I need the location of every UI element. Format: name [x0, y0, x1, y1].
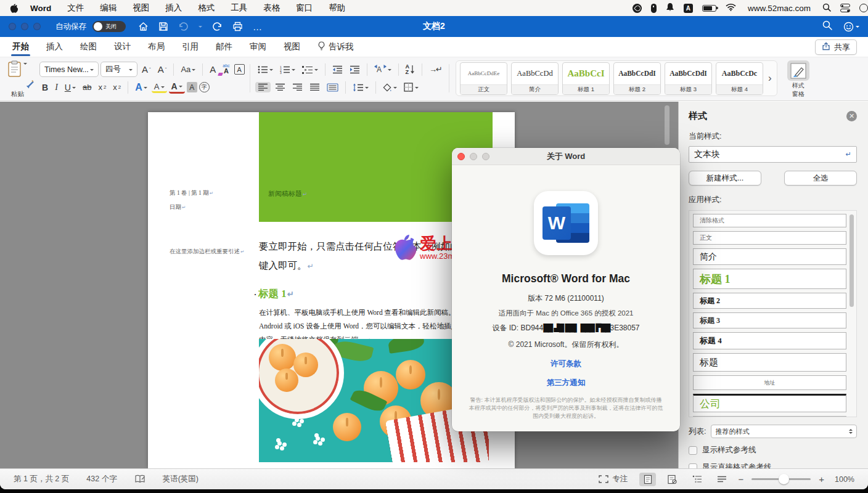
tab-layout[interactable]: 布局 [148, 38, 165, 56]
font-size-combo[interactable]: 四号 [100, 62, 137, 77]
gallery-more-chevron[interactable]: › [767, 72, 773, 84]
tab-design[interactable]: 设计 [114, 38, 131, 56]
traffic-lights[interactable] [9, 23, 41, 30]
multilevel-list-button[interactable] [300, 64, 321, 75]
focus-mode-button[interactable]: 专注 [599, 474, 628, 484]
minimize-button[interactable] [21, 23, 28, 30]
paste-icon[interactable] [7, 60, 22, 79]
numbering-button[interactable]: 123 [277, 64, 298, 75]
style-heading2[interactable]: AaBbCcDdI标题 2 [613, 62, 661, 95]
tab-home[interactable]: 开始 [12, 38, 29, 56]
menu-insert[interactable]: 插入 [165, 2, 182, 14]
apple-menu-icon[interactable] [9, 2, 18, 14]
align-left-button[interactable] [255, 82, 271, 92]
autosave-toggle[interactable]: 关闭 [92, 21, 126, 32]
new-style-button[interactable]: 新建样式... [689, 171, 761, 185]
menu-file[interactable]: 文件 [67, 2, 84, 14]
draft-view-button[interactable] [713, 473, 730, 486]
style-normal[interactable]: AaBbCcDdEe正文 [460, 62, 507, 95]
word-count[interactable]: 432 个字 [86, 474, 117, 484]
print-layout-view-button[interactable] [639, 473, 656, 486]
style-item-heading3[interactable]: 标题 3 [693, 312, 846, 328]
zoom-slider-knob[interactable] [779, 474, 789, 484]
superscript-button[interactable]: x2 [110, 81, 123, 93]
mouse-status-icon[interactable] [651, 4, 657, 13]
tab-review[interactable]: 审阅 [250, 38, 266, 56]
battery-icon[interactable] [702, 5, 716, 12]
asian-layout-button[interactable]: A [372, 63, 394, 75]
distribute-text-button[interactable] [324, 82, 341, 93]
style-item-intro[interactable]: 简介 [693, 248, 846, 265]
grow-font-button[interactable]: Aˆ [139, 63, 154, 76]
input-method-icon[interactable]: A [684, 4, 693, 13]
italic-button[interactable]: I [52, 81, 60, 94]
menu-help[interactable]: 帮助 [329, 2, 345, 14]
menu-word[interactable]: Word [30, 4, 51, 13]
shrink-font-button[interactable]: Aˇ [155, 63, 170, 76]
share-button[interactable]: 共享 [815, 39, 857, 55]
style-heading4[interactable]: AaBbCcDc标题 4 [716, 62, 763, 95]
character-border-button[interactable]: A [234, 64, 245, 75]
style-item-contact[interactable]: 联系信息 [693, 416, 846, 417]
close-button[interactable] [9, 23, 16, 30]
style-heading3[interactable]: AaBbCcDdI标题 3 [665, 62, 712, 95]
change-case-button[interactable]: Aa [178, 63, 198, 75]
style-item-clear[interactable]: 清除格式 [693, 214, 846, 227]
proofing-book-icon[interactable] [134, 475, 145, 484]
clear-formatting-button[interactable]: A [207, 63, 218, 76]
siri-icon-partial[interactable] [859, 4, 868, 12]
show-marks-button[interactable]: →↵ [427, 63, 444, 75]
tab-draw[interactable]: 绘图 [80, 38, 97, 56]
wifi-icon[interactable] [726, 3, 736, 13]
style-item-heading2[interactable]: 标题 2 [693, 293, 846, 309]
language-status[interactable]: 英语(英国) [163, 474, 199, 484]
tab-insert[interactable]: 插入 [46, 38, 63, 56]
outline-view-button[interactable] [689, 473, 705, 486]
paste-dropdown-caret[interactable] [23, 63, 27, 67]
home-icon[interactable] [138, 22, 149, 31]
highlight-button[interactable]: A [152, 81, 167, 93]
license-terms-link[interactable]: 许可条款 [452, 359, 680, 369]
menu-format[interactable]: 格式 [198, 2, 215, 14]
web-layout-view-button[interactable] [664, 473, 681, 486]
enclose-characters-button[interactable]: 字 [199, 82, 210, 92]
document-scrollbar-thumb[interactable] [665, 105, 669, 145]
select-all-button[interactable]: 全选 [784, 171, 857, 185]
sort-button[interactable]: AZ [403, 63, 418, 75]
spotlight-search-icon[interactable] [822, 3, 831, 14]
format-painter-icon[interactable] [26, 80, 37, 89]
increase-indent-button[interactable] [347, 64, 362, 75]
feedback-smiley-icon[interactable] [843, 22, 859, 32]
style-item-address[interactable]: 地址 [693, 375, 846, 390]
zoom-out-button[interactable]: − [738, 474, 743, 484]
decrease-indent-button[interactable] [330, 64, 345, 75]
style-item-company[interactable]: 公司 [693, 394, 846, 412]
screen-capture-icon[interactable] [633, 4, 642, 13]
page-info[interactable]: 第 1 页，共 2 页 [14, 474, 69, 484]
font-color-button[interactable]: A [169, 81, 185, 94]
zoom-in-button[interactable]: + [819, 474, 824, 484]
undo-icon[interactable] [178, 22, 189, 31]
bold-button[interactable]: B [39, 81, 51, 94]
notification-bell-icon[interactable] [666, 2, 674, 14]
bullets-button[interactable] [255, 64, 276, 75]
menu-edit[interactable]: 编辑 [100, 2, 117, 14]
style-item-normal[interactable]: 正文 [693, 231, 846, 245]
style-item-heading1[interactable]: 标题 1 [693, 269, 846, 289]
third-party-notice-link[interactable]: 第三方通知 [452, 378, 680, 388]
undo-dropdown-caret[interactable] [199, 26, 202, 30]
style-list-scrollbar-thumb[interactable] [850, 214, 854, 307]
tab-mailings[interactable]: 邮件 [216, 38, 232, 56]
underline-button[interactable]: U [62, 81, 78, 94]
save-icon[interactable] [158, 22, 168, 31]
style-item-title[interactable]: 标题 [693, 353, 846, 372]
control-center-icon[interactable] [840, 4, 850, 12]
menu-view[interactable]: 视图 [133, 2, 149, 14]
more-commands-icon[interactable]: … [253, 22, 263, 32]
panel-close-icon[interactable]: ✕ [846, 111, 857, 121]
redo-icon[interactable] [212, 22, 223, 31]
search-icon[interactable] [822, 20, 832, 33]
zoom-level[interactable]: 100% [835, 475, 854, 484]
text-effects-button[interactable]: A [133, 81, 150, 94]
align-right-button[interactable] [290, 82, 305, 92]
